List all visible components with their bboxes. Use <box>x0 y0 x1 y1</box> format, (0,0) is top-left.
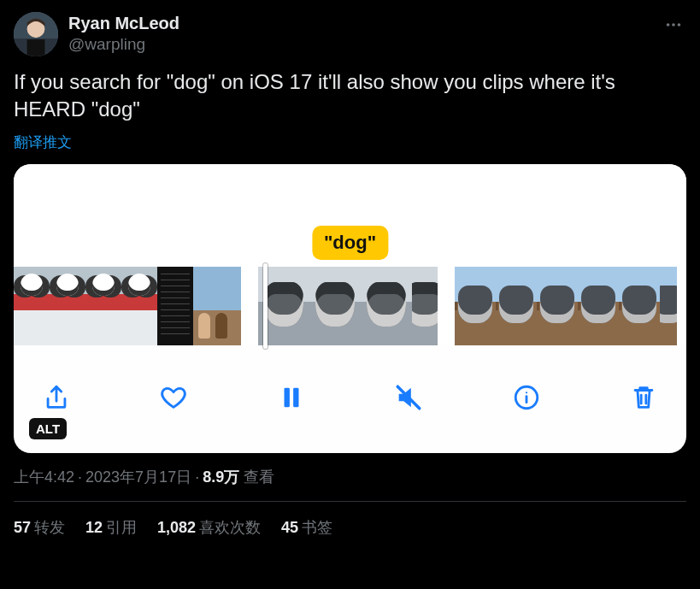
more-icon <box>664 15 683 34</box>
info-button[interactable] <box>509 380 544 415</box>
delete-button[interactable] <box>626 380 661 415</box>
clip-group-3 <box>455 267 677 345</box>
thumbnail <box>660 267 677 345</box>
thumbnail <box>619 267 660 345</box>
thumbnail <box>578 267 619 345</box>
display-name: Ryan McLeod <box>68 12 179 34</box>
tweet-time[interactable]: 上午4:42 <box>14 468 74 486</box>
tweet-header: Ryan McLeod @warpling <box>14 12 686 56</box>
svg-rect-8 <box>293 387 298 407</box>
bookmarks-stat[interactable]: 45书签 <box>281 517 332 538</box>
media-caption-area: "dog" <box>14 164 686 267</box>
tweet-text: If you search for "dog" on iOS 17 it'll … <box>14 68 686 124</box>
media-card[interactable]: "dog" <box>14 164 686 453</box>
thumbnail <box>121 267 157 345</box>
pause-button[interactable] <box>274 380 309 415</box>
thumbnail <box>85 267 121 345</box>
svg-point-6 <box>678 23 681 27</box>
clip-group-2 <box>258 267 438 345</box>
alt-badge[interactable]: ALT <box>29 418 67 439</box>
views-count: 8.9万 <box>203 468 239 486</box>
thumbnail <box>412 267 438 345</box>
avatar-image <box>14 12 58 56</box>
divider <box>14 501 686 502</box>
thumbnail <box>50 267 85 345</box>
heart-icon <box>159 383 188 412</box>
avatar[interactable] <box>14 12 58 56</box>
info-icon <box>512 383 541 412</box>
thumbnail <box>193 267 241 345</box>
thumbnail <box>537 267 578 345</box>
media-toolbar <box>14 345 686 453</box>
svg-point-4 <box>667 23 670 27</box>
thumbnail <box>14 267 50 345</box>
thumbnail <box>496 267 537 345</box>
more-button[interactable] <box>661 12 686 38</box>
share-button[interactable] <box>39 380 74 415</box>
svg-point-5 <box>672 23 675 27</box>
thumbnail <box>455 267 496 345</box>
thumbnail <box>309 267 361 345</box>
translate-link[interactable]: 翻译推文 <box>14 133 686 152</box>
share-icon <box>42 383 71 412</box>
views-label[interactable]: 查看 <box>244 468 274 486</box>
speaker-muted-icon <box>394 383 423 412</box>
tweet-container: Ryan McLeod @warpling If you search for … <box>0 0 700 538</box>
retweets-stat[interactable]: 57转发 <box>14 517 65 538</box>
likes-stat[interactable]: 1,082喜欢次数 <box>157 517 261 538</box>
svg-rect-7 <box>284 387 289 407</box>
playhead[interactable] <box>263 263 268 349</box>
thumbnail <box>361 267 412 345</box>
pause-icon <box>277 383 306 412</box>
author-names[interactable]: Ryan McLeod @warpling <box>68 12 179 56</box>
tweet-date[interactable]: 2023年7月17日 <box>85 468 191 486</box>
clip-group-1 <box>14 267 241 345</box>
trash-icon <box>629 383 658 412</box>
quotes-stat[interactable]: 12引用 <box>85 517 137 538</box>
like-button[interactable] <box>156 380 191 415</box>
tweet-meta: 上午4:42·2023年7月17日·8.9万 查看 <box>14 467 686 487</box>
video-filmstrip[interactable] <box>14 267 686 345</box>
handle: @warpling <box>68 34 179 56</box>
caption-bubble: "dog" <box>312 226 388 260</box>
svg-point-12 <box>525 392 526 393</box>
svg-rect-3 <box>27 39 45 56</box>
tweet-stats: 57转发 12引用 1,082喜欢次数 45书签 <box>14 517 686 538</box>
mute-button[interactable] <box>391 380 426 415</box>
thumbnail <box>157 267 193 345</box>
